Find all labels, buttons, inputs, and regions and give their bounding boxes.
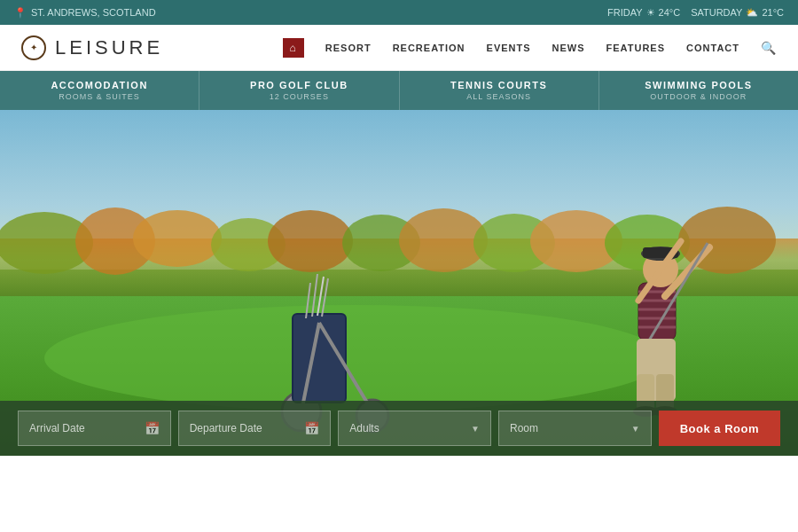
location-area: 📍 ST. ANDREWS, SCOTLAND [14, 7, 156, 19]
saturday-temp: 21°C [762, 7, 784, 18]
subnav-pools-title: SWIMMING POOLS [645, 80, 752, 90]
subnav-tennis[interactable]: TENNIS COURTS ALL SEASONS [400, 71, 599, 110]
nav-features[interactable]: FEATURES [606, 43, 665, 53]
nav-contact[interactable]: CONTACT [686, 43, 739, 53]
subnav-accommodation[interactable]: ACCOMODATION ROOMS & SUITES [0, 71, 200, 110]
adults-chevron-icon: ▼ [471, 424, 480, 434]
calendar-icon-arrival: 📅 [145, 421, 160, 435]
departure-date-label: Departure Date [190, 422, 298, 434]
friday-label: FRIDAY [607, 7, 643, 18]
weather-saturday: SATURDAY ⛅ 21°C [691, 7, 784, 19]
svg-point-4 [133, 210, 222, 267]
nav-recreation[interactable]: RECREATION [393, 43, 466, 53]
subnav-golf[interactable]: PRO GOLF CLUB 12 COURSES [200, 71, 399, 110]
booking-bar: Arrival Date 📅 Departure Date 📅 Adults ▼… [0, 401, 798, 456]
subnav-accommodation-title: ACCOMODATION [51, 80, 147, 90]
saturday-icon: ⛅ [746, 7, 758, 19]
book-room-button[interactable]: Book a Room [659, 411, 780, 446]
nav-events[interactable]: EVENTS [487, 43, 531, 53]
adults-label: Adults [349, 422, 471, 434]
sub-nav: ACCOMODATION ROOMS & SUITES PRO GOLF CLU… [0, 71, 798, 110]
search-icon[interactable]: 🔍 [761, 41, 777, 55]
logo-text: LEISURE [55, 36, 163, 59]
location-text: ST. ANDREWS, SCOTLAND [31, 7, 156, 18]
subnav-pools-subtitle: OUTDOOR & INDOOR [650, 92, 747, 101]
weather-area: FRIDAY ☀ 24°C SATURDAY ⛅ 21°C [607, 7, 784, 19]
saturday-label: SATURDAY [691, 7, 742, 18]
subnav-accommodation-subtitle: ROOMS & SUITES [59, 92, 140, 101]
subnav-tennis-subtitle: ALL SEASONS [466, 92, 531, 101]
subnav-tennis-title: TENNIS COURTS [450, 80, 547, 90]
svg-point-6 [268, 210, 353, 272]
nav-home-icon[interactable]: ⌂ [283, 38, 304, 58]
logo-icon: ✦ [21, 35, 46, 60]
location-pin-icon: 📍 [14, 7, 27, 19]
top-bar: 📍 ST. ANDREWS, SCOTLAND FRIDAY ☀ 24°C SA… [0, 0, 798, 25]
subnav-pools[interactable]: SWIMMING POOLS OUTDOOR & INDOOR [599, 71, 798, 110]
subnav-golf-subtitle: 12 COURSES [270, 92, 329, 101]
room-label: Room [510, 422, 631, 434]
nav-links: ⌂ RESORT RECREATION EVENTS NEWS FEATURES… [283, 38, 777, 58]
nav-news[interactable]: NEWS [552, 43, 585, 53]
room-chevron-icon: ▼ [631, 424, 640, 434]
friday-temp: 24°C [659, 7, 681, 18]
weather-friday: FRIDAY ☀ 24°C [607, 7, 680, 19]
room-select[interactable]: Room ▼ [498, 411, 652, 446]
departure-date-input[interactable]: Departure Date 📅 [178, 411, 332, 446]
calendar-icon-departure: 📅 [304, 421, 319, 435]
arrival-date-input[interactable]: Arrival Date 📅 [18, 411, 171, 446]
adults-select[interactable]: Adults ▼ [338, 411, 491, 446]
main-nav: ✦ LEISURE ⌂ RESORT RECREATION EVENTS NEW… [0, 25, 798, 71]
logo-area: ✦ LEISURE [21, 35, 283, 60]
friday-icon: ☀ [646, 7, 655, 19]
subnav-golf-title: PRO GOLF CLUB [250, 80, 348, 90]
nav-resort[interactable]: RESORT [325, 43, 372, 53]
hero-section: Arrival Date 📅 Departure Date 📅 Adults ▼… [0, 110, 798, 456]
svg-point-14 [44, 305, 665, 411]
arrival-date-label: Arrival Date [29, 422, 137, 434]
